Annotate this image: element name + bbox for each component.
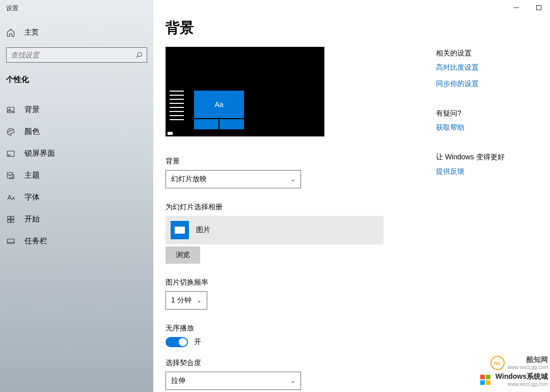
chevron-down-icon: ⌄: [290, 176, 295, 183]
nav-item-lockscreen[interactable]: 锁屏界面: [0, 143, 153, 164]
fit-dropdown[interactable]: 拉伸 ⌄: [166, 372, 301, 390]
theme-icon: [6, 171, 15, 180]
related-panel: 相关的设置 高对比度设置 同步你的设置 有疑问? 获取帮助 让 Windows …: [436, 18, 538, 392]
svg-line-1: [136, 56, 139, 58]
svg-point-4: [9, 131, 10, 132]
desktop-preview: Aa: [166, 47, 324, 136]
link-high-contrast[interactable]: 高对比度设置: [436, 63, 538, 72]
maximize-button[interactable]: [528, 0, 550, 15]
palette-icon: [6, 127, 15, 136]
svg-rect-13: [11, 219, 14, 222]
nav-item-fonts[interactable]: 字体: [0, 186, 153, 208]
nav-item-start[interactable]: 开始: [0, 208, 153, 230]
sidebar-section-title: 个性化: [0, 68, 153, 90]
nav-label: 颜色: [24, 127, 40, 136]
sidebar: 设置 主页 个性化 背景 颜色 锁屏界面 主题: [0, 0, 153, 392]
folder-icon: [171, 221, 189, 239]
link-sync-settings[interactable]: 同步你的设置: [436, 79, 538, 89]
background-type-label: 背景: [166, 157, 416, 166]
chevron-down-icon: ⌄: [290, 377, 295, 384]
svg-rect-11: [11, 216, 14, 219]
content: 背景 Aa 背景 幻灯片放映 ⌄ 为幻灯片选择相册: [166, 18, 416, 392]
nav-item-themes[interactable]: 主题: [0, 164, 153, 186]
svg-rect-10: [8, 216, 10, 219]
svg-rect-12: [8, 219, 10, 222]
window-title: 设置: [0, 4, 153, 23]
search-row: [0, 42, 153, 68]
search-box[interactable]: [6, 47, 147, 63]
watermarks: nc 酷知网 www.wxcLgg.com Windows系统城 www.wxc…: [478, 353, 548, 387]
svg-point-6: [12, 130, 13, 131]
frequency-dropdown[interactable]: 1 分钟 ⌄: [166, 291, 207, 310]
nav-label: 字体: [24, 192, 40, 202]
svg-rect-18: [480, 375, 485, 379]
link-get-help[interactable]: 获取帮助: [436, 123, 538, 132]
fit-label: 选择契合度: [166, 358, 416, 368]
svg-rect-19: [486, 375, 490, 379]
background-type-dropdown[interactable]: 幻灯片放映 ⌄: [166, 170, 301, 188]
watermark-logo-a: nc: [490, 356, 505, 370]
svg-rect-14: [7, 239, 14, 243]
watermark-brand-b: Windows系统城: [496, 372, 548, 380]
svg-rect-7: [7, 151, 14, 156]
home-icon: [6, 28, 15, 37]
improve-title: 让 Windows 变得更好: [436, 153, 538, 162]
preview-start-menu: Aa: [168, 89, 244, 129]
chevron-down-icon: ⌄: [197, 297, 202, 304]
svg-rect-9: [7, 173, 13, 178]
main: 背景 Aa 背景 幻灯片放映 ⌄ 为幻灯片选择相册: [153, 0, 550, 392]
nav-label: 任务栏: [24, 236, 47, 246]
nav-label: 开始: [24, 214, 40, 224]
svg-rect-21: [486, 380, 490, 385]
nav-item-taskbar[interactable]: 任务栏: [0, 230, 153, 252]
nav-item-colors[interactable]: 颜色: [0, 121, 153, 143]
watermark-sub-b: www.wxcLgg.com: [496, 381, 548, 387]
svg-point-5: [10, 130, 11, 131]
watermark-brand-a: 酷知网: [527, 355, 548, 363]
nav-label: 主题: [24, 171, 40, 180]
dropdown-value: 1 分钟: [171, 296, 191, 305]
minimize-button[interactable]: [505, 0, 528, 15]
dropdown-value: 拉伸: [171, 376, 185, 385]
link-feedback[interactable]: 提供反馈: [436, 167, 538, 176]
album-row[interactable]: 图片: [166, 216, 383, 244]
svg-point-0: [138, 52, 142, 57]
nav-item-background[interactable]: 背景: [0, 99, 153, 121]
search-icon: [135, 51, 143, 59]
album-label: 为幻灯片选择相册: [166, 203, 416, 212]
svg-rect-8: [9, 155, 10, 155]
browse-button[interactable]: 浏览: [166, 246, 200, 264]
svg-rect-20: [480, 380, 485, 385]
watermark-sub-a: www.wxcLgg.com: [508, 365, 548, 370]
frequency-label: 图片切换频率: [166, 278, 416, 287]
watermark-logo-b: [478, 373, 492, 387]
nav-home[interactable]: 主页: [0, 23, 153, 42]
album-name: 图片: [196, 226, 210, 235]
nav-list: 背景 颜色 锁屏界面 主题 字体 开始 任务栏: [0, 99, 153, 252]
lockscreen-icon: [6, 149, 15, 158]
shuffle-label: 无序播放: [166, 324, 416, 333]
start-icon: [6, 215, 15, 224]
search-input[interactable]: [11, 51, 135, 59]
shuffle-state: 开: [194, 338, 201, 347]
dropdown-value: 幻灯片放映: [171, 175, 207, 184]
window-controls: [505, 0, 550, 15]
preview-sample-text: Aa: [194, 91, 244, 118]
page-heading: 背景: [166, 18, 416, 38]
shuffle-toggle[interactable]: [166, 337, 188, 347]
nav-home-label: 主页: [24, 28, 39, 37]
nav-label: 背景: [24, 105, 40, 115]
related-title: 相关的设置: [436, 49, 538, 58]
svg-rect-17: [537, 6, 541, 10]
help-title: 有疑问?: [436, 109, 538, 118]
nav-label: 锁屏界面: [24, 149, 55, 158]
picture-icon: [6, 105, 15, 115]
font-icon: [6, 193, 15, 202]
taskbar-icon: [6, 237, 15, 246]
